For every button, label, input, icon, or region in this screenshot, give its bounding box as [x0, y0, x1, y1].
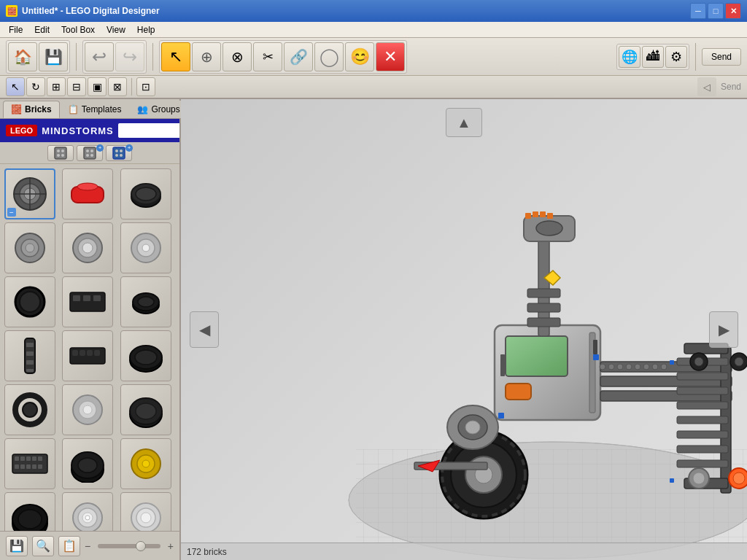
brick-item-11[interactable] — [120, 330, 171, 381]
svg-rect-101 — [506, 384, 531, 400]
save-button[interactable]: 💾 — [39, 42, 68, 71]
templates-tab-label: Templates — [82, 104, 122, 114]
sphere-tool-button[interactable]: ◯ — [314, 42, 344, 71]
svg-rect-49 — [72, 350, 78, 356]
svg-point-90 — [141, 513, 151, 523]
brick-item-18[interactable] — [4, 492, 55, 531]
brick-item-20[interactable] — [120, 492, 171, 531]
svg-rect-128 — [677, 446, 728, 453]
brick-item-6[interactable] — [4, 276, 55, 327]
menu-file[interactable]: File — [3, 23, 28, 36]
select-tool-button[interactable]: ↖ — [161, 42, 190, 71]
toolbar2-sep — [131, 78, 132, 96]
brick-item-3[interactable] — [4, 222, 55, 273]
robot-model — [276, 136, 747, 560]
svg-rect-46 — [26, 360, 34, 365]
svg-rect-151 — [498, 413, 504, 419]
section-tool-button[interactable]: ⊠ — [108, 77, 127, 96]
svg-point-11 — [115, 149, 118, 152]
tab-templates[interactable]: 📋 Templates — [60, 101, 130, 118]
bricks-tab-label: Bricks — [25, 104, 52, 114]
close-button[interactable]: ✕ — [725, 3, 741, 19]
home-button[interactable]: 🏠 — [8, 42, 37, 71]
online-button[interactable]: 🌐 — [619, 46, 640, 68]
svg-rect-52 — [94, 350, 100, 356]
redo-button[interactable]: ↪ — [115, 42, 144, 71]
menu-toolbox[interactable]: Tool Box — [55, 23, 101, 36]
brick-count-label: 172 bricks — [187, 547, 227, 557]
view3d-button[interactable]: ⊡ — [136, 77, 155, 96]
frame-tool-button[interactable]: ▣ — [88, 77, 107, 96]
svg-point-83 — [18, 510, 42, 529]
nav-up-button[interactable]: ▲ — [446, 108, 482, 137]
svg-rect-74 — [38, 464, 42, 469]
menu-view[interactable]: View — [101, 23, 131, 36]
menu-edit[interactable]: Edit — [28, 23, 55, 36]
brick-item-2[interactable] — [120, 168, 171, 219]
window-controls: ─ □ ✕ — [690, 3, 741, 19]
brick-item-13[interactable] — [62, 384, 113, 435]
send-button[interactable]: Send — [702, 48, 741, 66]
grid-tool-button[interactable]: ⊞ — [47, 77, 66, 96]
brick-item-0[interactable]: − — [4, 168, 55, 219]
brick-item-4[interactable] — [62, 222, 113, 273]
brick-item-9[interactable] — [4, 330, 55, 381]
search-bottom-button[interactable]: 🔍 — [32, 536, 54, 556]
maximize-button[interactable]: □ — [708, 3, 724, 19]
cut-tool-button[interactable]: ✂ — [253, 42, 282, 71]
tab-groups[interactable]: 👥 Groups — [129, 101, 187, 118]
connect-tool-button[interactable]: 🔗 — [284, 42, 313, 71]
list-bottom-button[interactable]: 📋 — [58, 536, 80, 556]
svg-point-142 — [465, 421, 480, 434]
brick-item-19[interactable] — [62, 492, 113, 531]
svg-point-143 — [600, 364, 605, 370]
brick-item-17[interactable] — [120, 438, 171, 489]
undo-button[interactable]: ↩ — [85, 42, 114, 71]
svg-point-147 — [635, 364, 640, 370]
tab-bricks[interactable]: 🧱 Bricks — [3, 101, 60, 118]
brick-item-5[interactable] — [120, 222, 171, 273]
brick-item-12[interactable] — [4, 384, 55, 435]
delete-tool-button[interactable]: ✕ — [376, 42, 405, 71]
category-btn-1[interactable] — [47, 145, 74, 161]
category-btn-3[interactable]: + — [106, 145, 132, 161]
settings-button[interactable]: ⚙ — [665, 46, 687, 68]
brick-item-8[interactable] — [120, 276, 171, 327]
svg-point-21 — [77, 183, 98, 190]
svg-rect-107 — [527, 303, 560, 312]
menu-help[interactable]: Help — [131, 23, 161, 36]
brick-item-15[interactable] — [4, 438, 55, 489]
save-bottom-button[interactable]: 💾 — [6, 536, 28, 556]
svg-point-145 — [617, 364, 623, 370]
send-icon: ◁ — [697, 77, 716, 96]
hide-tool-button[interactable]: ⊟ — [67, 77, 86, 96]
svg-rect-39 — [93, 295, 101, 301]
svg-point-27 — [26, 244, 34, 252]
face-tool-button[interactable]: 😊 — [345, 42, 374, 71]
brick-item-16[interactable] — [62, 438, 113, 489]
svg-rect-44 — [26, 343, 34, 347]
brick-item-1[interactable] — [62, 168, 113, 219]
svg-point-1 — [57, 149, 60, 152]
rotate-view-button[interactable]: ↻ — [26, 77, 45, 96]
brick-search-input[interactable] — [118, 123, 179, 138]
svg-rect-124 — [677, 387, 728, 394]
remove-tool-button[interactable]: ⊗ — [222, 42, 252, 71]
cursor-tool-button[interactable]: ↖ — [6, 77, 25, 96]
zoom-slider[interactable] — [98, 544, 160, 548]
zoom-thumb[interactable] — [136, 541, 146, 551]
category-btn-2[interactable]: + — [77, 145, 103, 161]
city-button[interactable]: 🏙 — [642, 46, 664, 68]
svg-point-87 — [85, 516, 90, 520]
nav-right-button[interactable]: ▶ — [709, 311, 738, 348]
svg-point-24 — [136, 187, 156, 201]
titlebar: 🧱 Untitled* - LEGO Digital Designer ─ □ … — [0, 0, 747, 22]
brick-item-10[interactable] — [62, 330, 113, 381]
minimize-button[interactable]: ─ — [690, 3, 706, 19]
svg-rect-111 — [525, 213, 531, 219]
add-tool-button[interactable]: ⊕ — [192, 42, 221, 71]
brick-item-7[interactable] — [62, 276, 113, 327]
svg-point-9 — [90, 154, 93, 157]
nav-left-button[interactable]: ◀ — [190, 311, 219, 348]
brick-item-14[interactable] — [120, 384, 171, 435]
